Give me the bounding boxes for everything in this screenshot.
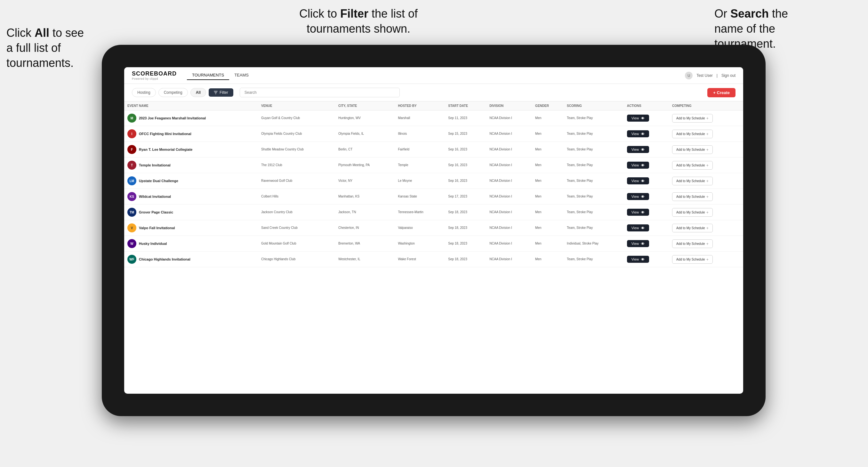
svg-point-7 bbox=[642, 212, 644, 213]
cell-actions: View bbox=[624, 173, 669, 189]
cell-venue: Gold Mountain Golf Club bbox=[258, 236, 335, 252]
cell-event-name: F Ryan T. Lee Memorial Collegiate bbox=[124, 142, 258, 157]
view-button[interactable]: View bbox=[627, 162, 649, 169]
cell-division: NCAA Division I bbox=[486, 220, 532, 236]
cell-hosted-by: Marshall bbox=[395, 111, 445, 126]
cell-competing: Add to My Schedule + bbox=[669, 157, 743, 173]
cell-venue: Ravenwood Golf Club bbox=[258, 173, 335, 189]
add-to-schedule-button[interactable]: Add to My Schedule + bbox=[672, 224, 713, 232]
team-logo: I bbox=[127, 129, 136, 138]
add-to-schedule-button[interactable]: Add to My Schedule + bbox=[672, 240, 713, 248]
cell-competing: Add to My Schedule + bbox=[669, 189, 743, 205]
hosting-tab[interactable]: Hosting bbox=[132, 88, 156, 97]
eye-icon bbox=[641, 148, 645, 151]
add-to-schedule-button[interactable]: Add to My Schedule + bbox=[672, 130, 713, 138]
cell-gender: Men bbox=[532, 142, 564, 157]
view-button[interactable]: View bbox=[627, 209, 649, 216]
add-to-schedule-button[interactable]: Add to My Schedule + bbox=[672, 114, 713, 123]
team-logo: T bbox=[127, 161, 136, 169]
team-logo: TM bbox=[127, 208, 136, 217]
view-button[interactable]: View bbox=[627, 177, 649, 184]
cell-start-date: Sep 17, 2023 bbox=[445, 189, 486, 205]
cell-venue: Shuttle Meadow Country Club bbox=[258, 142, 335, 157]
svg-point-2 bbox=[642, 133, 644, 135]
cell-actions: View bbox=[624, 189, 669, 205]
cell-division: NCAA Division I bbox=[486, 236, 532, 252]
cell-event-name: LM Upstate Dual Challenge bbox=[124, 173, 258, 189]
plus-icon: + bbox=[706, 163, 709, 168]
view-button[interactable]: View bbox=[627, 193, 649, 200]
cell-city: Chesterton, IN bbox=[335, 220, 395, 236]
event-name-text: Grover Page Classic bbox=[139, 210, 173, 214]
plus-icon: + bbox=[706, 147, 709, 152]
cell-gender: Men bbox=[532, 111, 564, 126]
cell-start-date: Sep 16, 2023 bbox=[445, 157, 486, 173]
cell-gender: Men bbox=[532, 236, 564, 252]
cell-actions: View bbox=[624, 142, 669, 157]
cell-hosted-by: Illinois bbox=[395, 126, 445, 142]
cell-scoring: Team, Stroke Play bbox=[564, 157, 624, 173]
add-to-schedule-button[interactable]: Add to My Schedule + bbox=[672, 208, 713, 217]
filter-button[interactable]: Filter bbox=[209, 88, 233, 97]
cell-gender: Men bbox=[532, 220, 564, 236]
cell-division: NCAA Division I bbox=[486, 252, 532, 267]
table-row: I OFCC Fighting Illini Invitational Olym… bbox=[124, 126, 743, 142]
competing-tab[interactable]: Competing bbox=[158, 88, 188, 97]
cell-division: NCAA Division I bbox=[486, 126, 532, 142]
cell-event-name: I OFCC Fighting Illini Invitational bbox=[124, 126, 258, 142]
cell-actions: View bbox=[624, 236, 669, 252]
eye-icon bbox=[641, 242, 645, 246]
table-row: W Husky Individual Gold Mountain Golf Cl… bbox=[124, 236, 743, 252]
annotation-filter: Click to Filter the list oftournaments s… bbox=[262, 6, 455, 36]
cell-division: NCAA Division I bbox=[486, 173, 532, 189]
cell-start-date: Sep 16, 2023 bbox=[445, 142, 486, 157]
nav-teams[interactable]: TEAMS bbox=[229, 71, 254, 80]
cell-event-name: WF Chicago Highlands Invitational bbox=[124, 252, 258, 267]
view-button[interactable]: View bbox=[627, 224, 649, 231]
col-start-date: START DATE bbox=[445, 101, 486, 111]
nav-right: U Test User | Sign out bbox=[685, 72, 736, 80]
eye-icon bbox=[641, 179, 645, 183]
view-button[interactable]: View bbox=[627, 146, 649, 153]
cell-division: NCAA Division I bbox=[486, 205, 532, 220]
add-to-schedule-button[interactable]: Add to My Schedule + bbox=[672, 192, 713, 201]
cell-venue: Guyan Golf & Country Club bbox=[258, 111, 335, 126]
view-button[interactable]: View bbox=[627, 256, 649, 263]
col-city-state: CITY, STATE bbox=[335, 101, 395, 111]
user-name: Test User bbox=[696, 73, 713, 78]
add-to-schedule-button[interactable]: Add to My Schedule + bbox=[672, 177, 713, 185]
logo-area: SCOREBOARD Powered by clippd bbox=[132, 70, 177, 80]
annotation-all: Click All to seea full list oftournament… bbox=[6, 26, 115, 70]
add-to-schedule-button[interactable]: Add to My Schedule + bbox=[672, 255, 713, 264]
cell-division: NCAA Division I bbox=[486, 189, 532, 205]
toolbar: Hosting Competing All Filter + Create bbox=[124, 84, 743, 101]
eye-icon bbox=[641, 132, 645, 136]
cell-competing: Add to My Schedule + bbox=[669, 111, 743, 126]
nav-tournaments[interactable]: TOURNAMENTS bbox=[187, 71, 229, 80]
view-button[interactable]: View bbox=[627, 130, 649, 137]
add-to-schedule-button[interactable]: Add to My Schedule + bbox=[672, 145, 713, 154]
eye-icon bbox=[641, 226, 645, 230]
cell-scoring: Team, Stroke Play bbox=[564, 173, 624, 189]
cell-competing: Add to My Schedule + bbox=[669, 252, 743, 267]
user-avatar: U bbox=[685, 72, 692, 80]
col-hosted-by: HOSTED BY bbox=[395, 101, 445, 111]
event-name-text: Husky Individual bbox=[139, 242, 167, 246]
svg-point-5 bbox=[642, 180, 644, 182]
cell-actions: View bbox=[624, 157, 669, 173]
table-row: V Valpo Fall Invitational Sand Creek Cou… bbox=[124, 220, 743, 236]
signout-link[interactable]: Sign out bbox=[721, 73, 736, 78]
view-button[interactable]: View bbox=[627, 115, 649, 122]
svg-point-1 bbox=[642, 118, 644, 119]
view-button[interactable]: View bbox=[627, 240, 649, 247]
add-to-schedule-button[interactable]: Add to My Schedule + bbox=[672, 161, 713, 169]
eye-icon bbox=[641, 195, 645, 198]
plus-icon: + bbox=[706, 116, 709, 121]
cell-actions: View bbox=[624, 126, 669, 142]
create-button[interactable]: + Create bbox=[707, 88, 736, 97]
all-tab[interactable]: All bbox=[190, 88, 206, 97]
tournaments-table: EVENT NAME VENUE CITY, STATE HOSTED BY S… bbox=[124, 101, 743, 267]
cell-competing: Add to My Schedule + bbox=[669, 126, 743, 142]
search-input[interactable] bbox=[240, 88, 400, 97]
cell-city: Plymouth Meeting, PA bbox=[335, 157, 395, 173]
